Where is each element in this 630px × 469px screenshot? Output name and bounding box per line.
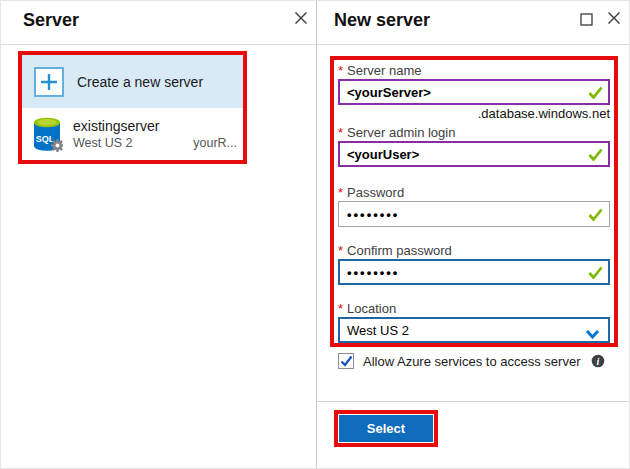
location-selected-value: West US 2 xyxy=(347,323,409,338)
svg-text:SQL: SQL xyxy=(36,134,55,144)
close-icon[interactable] xyxy=(606,10,622,26)
chevron-down-icon xyxy=(585,327,600,342)
new-server-blade: New server *Server name .database.window… xyxy=(317,1,630,468)
panel-title: Server xyxy=(23,10,79,31)
info-icon[interactable]: i xyxy=(591,354,605,368)
required-asterisk: * xyxy=(338,185,343,200)
annotation-box-form: *Server name .database.windows.net *Serv… xyxy=(330,56,618,347)
plus-icon xyxy=(34,67,64,97)
location-label: *Location xyxy=(338,301,610,317)
password-input[interactable] xyxy=(338,201,610,227)
annotation-box-select: Select xyxy=(334,410,438,447)
existing-server-name: existingserver xyxy=(73,118,237,135)
server-blade-header: Server xyxy=(1,1,316,45)
maximize-icon[interactable] xyxy=(578,11,594,27)
location-select[interactable]: West US 2 xyxy=(338,317,610,343)
existing-server-location: West US 2 xyxy=(73,135,133,151)
server-blade: Server Create a new server xyxy=(1,1,317,468)
required-asterisk: * xyxy=(338,125,343,140)
azure-portal-screenshot: Server Create a new server xyxy=(0,0,630,469)
password-field xyxy=(338,201,610,227)
password-label: *Password xyxy=(338,185,610,201)
allow-access-checkbox[interactable] xyxy=(338,353,354,369)
admin-login-input[interactable] xyxy=(338,141,610,167)
allow-access-row: Allow Azure services to access server i xyxy=(338,353,605,369)
existing-server-item[interactable]: SQL xyxy=(22,108,243,160)
server-name-field xyxy=(338,79,610,105)
confirm-password-field xyxy=(338,259,610,285)
confirm-password-input[interactable] xyxy=(338,259,610,285)
required-asterisk: * xyxy=(338,301,343,316)
create-new-server-item[interactable]: Create a new server xyxy=(22,55,243,108)
confirm-password-label: *Confirm password xyxy=(338,243,610,259)
required-asterisk: * xyxy=(338,63,343,78)
close-icon[interactable] xyxy=(293,10,309,26)
annotation-box-server-list: Create a new server SQL xyxy=(18,51,247,164)
admin-login-field xyxy=(338,141,610,167)
select-button[interactable]: Select xyxy=(339,415,433,442)
server-name-label: *Server name xyxy=(338,63,610,79)
sql-database-icon: SQL xyxy=(31,116,63,152)
server-domain-suffix: .database.windows.net xyxy=(338,106,610,121)
admin-login-label: *Server admin login xyxy=(338,125,610,141)
existing-server-resource-group: yourR... xyxy=(193,135,237,151)
new-server-blade-header: New server xyxy=(317,1,630,45)
footer-divider xyxy=(317,401,630,402)
server-name-input[interactable] xyxy=(338,79,610,105)
panel-title: New server xyxy=(334,10,430,31)
svg-text:i: i xyxy=(597,356,600,367)
create-new-server-label: Create a new server xyxy=(77,74,203,90)
existing-server-info: existingserver West US 2 yourR... xyxy=(73,118,237,151)
allow-access-label: Allow Azure services to access server xyxy=(363,354,580,369)
required-asterisk: * xyxy=(338,243,343,258)
